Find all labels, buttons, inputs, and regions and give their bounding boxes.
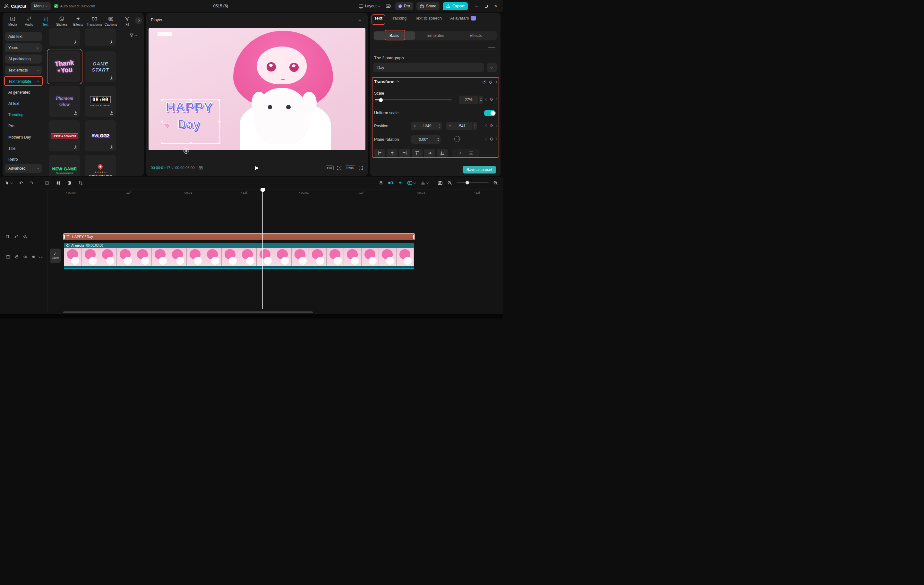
delete-right-button[interactable] bbox=[67, 181, 72, 185]
sidebar-item-ai-packaging[interactable]: AI packaging bbox=[5, 54, 42, 64]
full-button[interactable]: Full bbox=[326, 165, 334, 170]
more-options-icon[interactable]: ••• bbox=[39, 255, 44, 259]
player-menu-icon[interactable]: ≡ bbox=[358, 17, 361, 23]
align-top-button[interactable] bbox=[412, 149, 422, 157]
share-button[interactable]: Share bbox=[416, 2, 439, 10]
zoom-in-button[interactable] bbox=[493, 181, 498, 185]
stepper[interactable] bbox=[478, 96, 483, 104]
speaker-icon[interactable] bbox=[31, 255, 36, 259]
scale-value-field[interactable]: 27% bbox=[459, 96, 483, 104]
split-button[interactable] bbox=[45, 181, 50, 185]
subtab-templates[interactable]: Templates bbox=[415, 31, 455, 40]
stepper[interactable] bbox=[436, 135, 441, 144]
magic-tools-button[interactable] bbox=[398, 180, 403, 185]
selection-handle[interactable] bbox=[190, 142, 192, 144]
position-keyframe-controls[interactable] bbox=[486, 124, 497, 127]
fullscreen-icon[interactable] bbox=[358, 165, 363, 170]
selection-handle[interactable] bbox=[218, 99, 220, 101]
rotation-value-field[interactable]: 0.00° bbox=[411, 135, 441, 144]
sidebar-item-title[interactable]: Title bbox=[5, 145, 42, 152]
sidebar-item-text-template[interactable]: Text template bbox=[5, 77, 42, 85]
save-as-preset-button[interactable]: Save as preset bbox=[463, 166, 496, 173]
scale-slider[interactable] bbox=[375, 99, 452, 101]
next-keyframe-icon[interactable] bbox=[494, 138, 497, 140]
record-voiceover-button[interactable] bbox=[379, 181, 383, 185]
position-y-field[interactable]: Y -541 bbox=[446, 122, 477, 130]
paragraph-input[interactable]: Day bbox=[373, 63, 484, 72]
select-tool-button[interactable] bbox=[5, 181, 13, 185]
ratio-button[interactable]: Ratio bbox=[345, 165, 355, 170]
layout-button[interactable]: Layout bbox=[357, 4, 381, 9]
undo-button[interactable]: ↶ bbox=[19, 181, 23, 185]
template-card-thank-you[interactable]: Thank ♥You bbox=[49, 51, 80, 82]
tab-filters[interactable]: Fil bbox=[119, 15, 135, 26]
sidebar-item-text-effects[interactable]: Text effects bbox=[5, 66, 42, 75]
tab-text-to-speech[interactable]: Text to speech bbox=[415, 16, 442, 21]
template-card-leave-a-comment[interactable]: LEAVE A COMMENT bbox=[49, 120, 80, 151]
delete-left-button[interactable] bbox=[56, 181, 61, 185]
sidebar-item-retro[interactable]: Retro bbox=[5, 155, 42, 163]
menu-button[interactable]: Menu bbox=[31, 2, 51, 10]
frames-view-icon[interactable] bbox=[199, 166, 203, 170]
zoom-out-button[interactable] bbox=[447, 181, 452, 185]
eye-icon[interactable] bbox=[23, 255, 28, 259]
sidebar-item-ai-text[interactable]: AI text bbox=[5, 100, 42, 107]
stepper[interactable] bbox=[437, 122, 442, 130]
selection-handle[interactable] bbox=[162, 120, 163, 122]
maximize-button[interactable] bbox=[481, 0, 491, 12]
slider-knob[interactable] bbox=[379, 98, 383, 102]
video-preview[interactable]: HAPPY Day ♥ bbox=[148, 28, 365, 150]
sidebar-item-mothers-day[interactable]: Mother's Day bbox=[5, 133, 42, 141]
sidebar-item-trending[interactable]: Trending bbox=[5, 111, 42, 119]
keyframe-icon[interactable] bbox=[490, 124, 493, 127]
redo-button[interactable]: ↷ bbox=[30, 181, 34, 185]
prev-keyframe-icon[interactable] bbox=[485, 138, 488, 140]
sidebar-item-add-text[interactable]: Add text bbox=[5, 32, 42, 41]
track-mode-button[interactable] bbox=[407, 181, 416, 185]
next-keyframe-icon[interactable] bbox=[494, 124, 497, 127]
sidebar-item-ai-generated[interactable]: AI generated bbox=[5, 89, 42, 96]
export-button[interactable]: Export bbox=[443, 2, 468, 10]
play-button[interactable]: ▶ bbox=[255, 165, 259, 171]
keyframe-icon[interactable] bbox=[490, 98, 493, 101]
tab-audio[interactable]: Audio bbox=[21, 15, 37, 26]
sidebar-item-advanced[interactable]: Advanced bbox=[5, 164, 42, 173]
template-card[interactable] bbox=[49, 28, 80, 46]
sidebar-item-pro[interactable]: Pro bbox=[5, 122, 42, 130]
distribute-vertical-icon[interactable] bbox=[469, 151, 473, 155]
paragraph-dropdown-button[interactable] bbox=[487, 63, 497, 72]
focus-icon[interactable] bbox=[337, 165, 342, 170]
playhead-line[interactable] bbox=[262, 193, 263, 309]
cover-button[interactable]: Cover bbox=[50, 249, 61, 263]
auto-cut-button[interactable] bbox=[388, 180, 393, 185]
rotation-keyframe-controls[interactable] bbox=[486, 138, 497, 140]
keyboard-shortcuts-button[interactable] bbox=[384, 3, 392, 9]
tab-tracking[interactable]: Tracking bbox=[391, 16, 406, 21]
align-middle-button[interactable] bbox=[424, 149, 435, 157]
distribute-horizontal-icon[interactable] bbox=[459, 151, 463, 155]
reset-transform-button[interactable]: ↺ bbox=[482, 80, 486, 84]
align-center-horizontal-button[interactable] bbox=[387, 149, 398, 157]
selection-handle[interactable] bbox=[162, 142, 163, 144]
levels-button[interactable] bbox=[420, 181, 428, 185]
text-clip[interactable]: HAPPY / Day bbox=[63, 233, 415, 240]
rotate-handle[interactable]: ↺ bbox=[183, 148, 189, 153]
filter-button[interactable] bbox=[129, 33, 137, 38]
tab-text[interactable]: T Text bbox=[37, 15, 54, 26]
tab-ai-avatars[interactable]: AI avatars bbox=[450, 16, 476, 21]
template-card-vlog2[interactable]: #VLOG2 bbox=[85, 120, 116, 151]
next-keyframe-icon[interactable] bbox=[494, 81, 497, 83]
selection-handle[interactable] bbox=[218, 142, 220, 144]
tab-captions[interactable]: Captions bbox=[103, 15, 119, 26]
keyframe-icon[interactable] bbox=[490, 138, 493, 141]
template-card-new-game[interactable]: NEW GAME Recommendations bbox=[49, 155, 80, 176]
video-clip-header[interactable]: AI media 00:00:03:00 bbox=[64, 243, 414, 248]
scale-keyframe-controls[interactable] bbox=[486, 98, 497, 101]
eye-icon[interactable] bbox=[23, 234, 28, 239]
keyframe-icon[interactable] bbox=[488, 81, 492, 84]
align-bottom-button[interactable] bbox=[437, 149, 447, 157]
transform-section-header[interactable]: Transform bbox=[374, 79, 398, 84]
tab-effects[interactable]: Effects bbox=[70, 15, 86, 26]
timeline-zoom-slider[interactable] bbox=[457, 181, 488, 185]
tab-text-settings[interactable]: Text bbox=[374, 16, 383, 21]
